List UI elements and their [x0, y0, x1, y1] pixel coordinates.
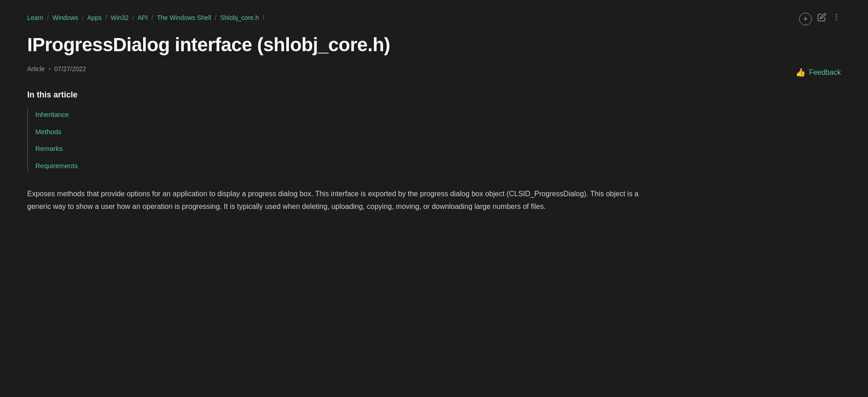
breadcrumb-sep-6: / — [215, 13, 217, 23]
toc-item-methods: Methods — [35, 126, 841, 138]
toc-item-inheritance: Inheritance — [35, 109, 841, 121]
add-icon[interactable]: + — [799, 13, 812, 25]
toc-link-inheritance[interactable]: Inheritance — [35, 111, 69, 118]
svg-point-0 — [836, 14, 837, 15]
breadcrumb-apps[interactable]: Apps — [87, 13, 101, 23]
article-label: Article — [27, 64, 45, 74]
breadcrumb-the-windows-shell[interactable]: The Windows Shell — [157, 13, 211, 23]
edit-icon[interactable] — [817, 13, 826, 26]
toc-item-remarks: Remarks — [35, 143, 841, 155]
description-text: Exposes methods that provide options for… — [27, 188, 661, 212]
breadcrumb-win32[interactable]: Win32 — [111, 13, 129, 23]
breadcrumb-shlobj-core[interactable]: Shlobj_core.h — [220, 13, 259, 23]
feedback-label: Feedback — [809, 68, 841, 77]
breadcrumb-sep-7: / — [263, 13, 265, 23]
meta-separator: • — [48, 64, 51, 74]
article-date: 07/27/2022 — [54, 64, 86, 74]
breadcrumb-sep-3: / — [105, 13, 107, 23]
page-title: IProgressDialog interface (shlobj_core.h… — [27, 34, 841, 56]
breadcrumb-api[interactable]: API — [138, 13, 148, 23]
toc-section: In this article Inheritance Methods Rema… — [27, 88, 841, 171]
feedback-button[interactable]: 👍 Feedback — [796, 66, 841, 79]
breadcrumb-sep-1: / — [47, 13, 49, 23]
breadcrumb-windows[interactable]: Windows — [53, 13, 78, 23]
toc-heading: In this article — [27, 88, 841, 102]
toc-link-requirements[interactable]: Requirements — [35, 162, 77, 169]
thumbs-up-icon: 👍 — [796, 68, 805, 77]
meta-feedback-row: Article • 07/27/2022 👍 Feedback — [27, 64, 841, 88]
breadcrumb-sep-2: / — [82, 13, 84, 23]
breadcrumb: Learn / Windows / Apps / Win32 / API / T… — [27, 13, 841, 23]
svg-point-2 — [836, 19, 837, 21]
breadcrumb-sep-5: / — [151, 13, 153, 23]
more-options-icon[interactable] — [832, 13, 841, 26]
toc-link-remarks[interactable]: Remarks — [35, 145, 63, 152]
toc-list: Inheritance Methods Remarks Requirements — [27, 109, 841, 171]
svg-point-1 — [836, 17, 837, 18]
toc-item-requirements: Requirements — [35, 160, 841, 172]
breadcrumb-sep-4: / — [132, 13, 134, 23]
breadcrumb-learn[interactable]: Learn — [27, 13, 43, 23]
top-toolbar: + — [799, 13, 841, 26]
article-meta: Article • 07/27/2022 — [27, 64, 86, 74]
toc-link-methods[interactable]: Methods — [35, 128, 62, 136]
